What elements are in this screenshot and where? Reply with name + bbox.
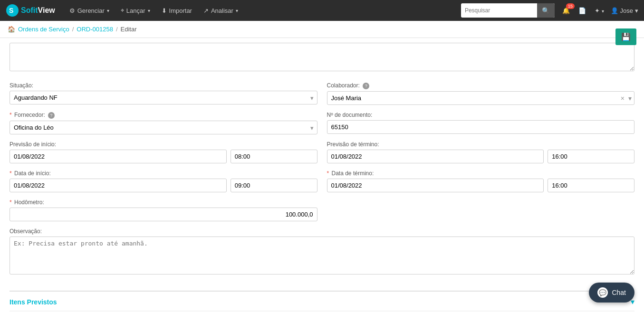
colaborador-label: Colaborador: ? [327, 82, 635, 89]
nav-icons: 🔔 15 📄 ✦ ▾ 👤 Jose ▾ [560, 5, 638, 16]
n-documento-group: Nº de documento: [327, 112, 635, 134]
nav-gerenciar[interactable]: ⚙ Gerenciar ▾ [65, 4, 114, 17]
chat-icon: 💬 [599, 289, 606, 296]
search-box: 🔍 [461, 3, 555, 18]
nav-importar[interactable]: ⬇ Importar [157, 4, 197, 17]
save-button[interactable]: 💾 [615, 28, 636, 45]
previsao-inicio-time-input[interactable] [231, 150, 317, 163]
notification-badge: 15 [566, 3, 575, 9]
form-row-data: * Data de início: * Data de término: [10, 170, 634, 192]
network-button[interactable]: ✦ ▾ [593, 5, 606, 16]
search-button[interactable]: 🔍 [537, 3, 555, 18]
previsao-termino-date-time [327, 150, 635, 163]
data-inicio-time-input[interactable] [231, 179, 317, 192]
chevron-down-icon: ▾ [148, 8, 150, 13]
data-inicio-date-input[interactable] [10, 179, 227, 192]
data-inicio-label: * Data de início: [10, 170, 317, 177]
breadcrumb-order-id-link[interactable]: ORD-001258 [77, 26, 113, 33]
top-textarea[interactable] [10, 43, 634, 71]
chevron-down-icon: ▾ [236, 8, 238, 13]
items-table: Foi executado? ? Item Tipo do item Quant… [10, 310, 634, 312]
data-inicio-date-time [10, 179, 317, 192]
user-chevron-icon: ▾ [635, 7, 638, 14]
chat-label: Chat [612, 289, 626, 296]
itens-header[interactable]: Itens Previstos ▾ [10, 292, 634, 310]
colaborador-group: Colaborador: ? × ▾ [327, 82, 635, 105]
hodometro-group: * Hodômetro: [10, 199, 317, 221]
items-table-header-row: Foi executado? ? Item Tipo do item Quant… [10, 310, 634, 312]
previsao-termino-group: Previsão de término: [327, 141, 635, 163]
launch-icon: ⌖ [121, 7, 124, 14]
form-row-fornecedor-documento: * Fornecedor: ? Oficina do Léo Nº de doc… [10, 112, 634, 134]
breadcrumb-current: Editar [121, 26, 137, 33]
notification-button[interactable]: 🔔 15 [560, 5, 572, 16]
fornecedor-help-icon[interactable]: ? [48, 112, 55, 119]
app-logo: S SofitView [6, 4, 55, 17]
observacao-textarea[interactable] [10, 236, 634, 274]
observacao-group: Observação: [10, 228, 634, 274]
nav-lancar[interactable]: ⌖ Lançar ▾ [116, 4, 155, 17]
data-termino-group: * Data de término: [327, 170, 635, 192]
col-quantidade-prevista: Quantidade prevista [289, 310, 434, 312]
form-row-previsao: Previsão de início: Previsão de término: [10, 141, 634, 163]
data-termino-date-input[interactable] [327, 179, 544, 192]
chat-button[interactable]: 💬 Chat [589, 283, 634, 303]
chat-bubble-icon: 💬 [597, 287, 608, 298]
itens-title: Itens Previstos [10, 298, 57, 306]
previsao-inicio-label: Previsão de início: [10, 141, 317, 148]
breadcrumb-orders-link[interactable]: Ordens de Serviço [18, 26, 69, 33]
previsao-inicio-group: Previsão de início: [10, 141, 317, 163]
colaborador-input[interactable] [327, 91, 635, 105]
gear-icon: ⚙ [69, 7, 75, 14]
user-icon: 👤 [611, 7, 618, 14]
col-item: Item [142, 310, 192, 312]
data-inicio-group: * Data de início: [10, 170, 317, 192]
chevron-down-icon: ▾ [107, 8, 109, 13]
n-documento-input[interactable] [327, 120, 635, 134]
col-foi-executado: Foi executado? ? [10, 310, 142, 312]
logo-text: SofitView [21, 6, 55, 15]
col-tipo-do-item: Tipo do item [192, 310, 289, 312]
observacao-label: Observação: [10, 228, 634, 235]
fornecedor-group: * Fornecedor: ? Oficina do Léo [10, 112, 317, 134]
data-termino-date-time [327, 179, 635, 192]
previsao-inicio-date-input[interactable] [10, 150, 227, 163]
form-row-hodometro: * Hodômetro: [10, 199, 634, 221]
col-valor-previsto: Valor previsto [434, 310, 540, 312]
breadcrumb: 🏠 Ordens de Serviço / ORD-001258 / Edita… [0, 21, 644, 38]
logo-icon: S [6, 4, 19, 17]
file-button[interactable]: 📄 [577, 5, 588, 16]
top-textarea-area [10, 38, 634, 77]
chart-icon: ↗ [203, 7, 209, 14]
svg-text:S: S [9, 7, 13, 14]
import-icon: ⬇ [162, 7, 167, 14]
fornecedor-select[interactable]: Oficina do Léo [10, 121, 317, 134]
colaborador-dropdown-button[interactable]: ▾ [627, 95, 633, 102]
previsao-termino-date-input[interactable] [327, 150, 544, 163]
fornecedor-label: * Fornecedor: ? [10, 112, 317, 119]
data-termino-label: * Data de término: [327, 170, 635, 177]
hodometro-label: * Hodômetro: [10, 199, 317, 206]
form-row-observacao: Observação: [10, 228, 634, 274]
n-documento-label: Nº de documento: [327, 112, 635, 118]
previsao-inicio-date-time [10, 150, 317, 163]
colaborador-help-icon[interactable]: ? [363, 83, 369, 89]
situacao-label: Situação: [10, 82, 317, 89]
colaborador-clear-button[interactable]: × [620, 95, 625, 102]
form-row-situacao-colaborador: Situação: Aguardando NF Em andamento Con… [10, 82, 634, 105]
colaborador-wrapper: × ▾ [327, 91, 635, 105]
nav-analisar[interactable]: ↗ Analisar ▾ [199, 4, 243, 17]
situacao-select-wrapper: Aguardando NF Em andamento Concluído Can… [10, 91, 317, 104]
previsao-termino-label: Previsão de término: [327, 141, 635, 148]
user-menu[interactable]: 👤 Jose ▾ [611, 7, 638, 14]
previsao-termino-time-input[interactable] [548, 150, 634, 163]
hodometro-input[interactable] [10, 208, 317, 221]
situacao-select[interactable]: Aguardando NF Em andamento Concluído Can… [10, 91, 317, 104]
itens-section: Itens Previstos ▾ Foi executado? ? Item … [10, 291, 634, 312]
form-section: Situação: Aguardando NF Em andamento Con… [10, 77, 634, 286]
colaborador-buttons: × ▾ [620, 95, 633, 102]
search-input[interactable] [461, 5, 537, 16]
data-termino-time-input[interactable] [548, 179, 634, 192]
main-content: Situação: Aguardando NF Em andamento Con… [0, 38, 644, 312]
fornecedor-select-wrapper: Oficina do Léo [10, 121, 317, 134]
